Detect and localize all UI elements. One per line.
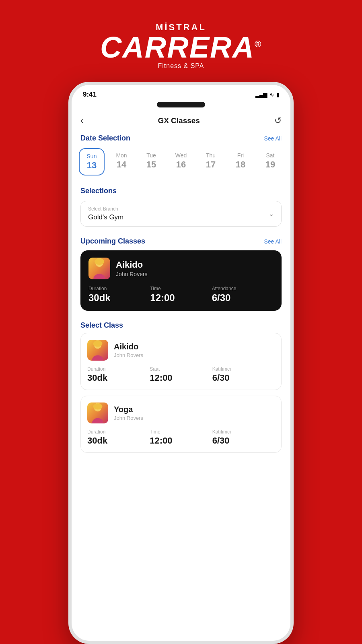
selections-section: Selections Select Branch Gold's Gym ⌄ <box>72 181 290 227</box>
class-list-name: Yoga <box>114 405 143 414</box>
date-day-num: 14 <box>117 159 126 170</box>
date-selection-title: Date Selection <box>80 134 130 142</box>
attendance-label: Attendance <box>212 286 274 291</box>
date-day-name: Sat <box>266 152 274 159</box>
svg-point-3 <box>93 341 103 347</box>
class-list-header: Aikido John Rovers <box>87 340 275 361</box>
upcoming-class-card[interactable]: Aikido John Rovers Duration 30dk Time 12… <box>80 250 282 311</box>
selections-title: Selections <box>80 187 117 195</box>
select-class-header: Select Class <box>72 317 290 333</box>
list-time-stat: Time 12:00 <box>150 429 212 446</box>
class-avatar <box>88 258 110 279</box>
date-item-fri[interactable]: Fri 18 <box>228 148 253 175</box>
top-nav: ‹ GX Classes ↺ <box>72 110 290 130</box>
status-bar: 9:41 ▂▄▆ ∿ ▮ <box>72 85 290 102</box>
class-list-stats: Duration 30dk Time 12:00 Katılımcı 6/30 <box>87 429 275 446</box>
date-day-name: Sun <box>87 153 97 159</box>
date-day-num: 18 <box>236 159 245 170</box>
branch-dropdown[interactable]: Select Branch Gold's Gym ⌄ <box>80 201 282 227</box>
class-list-instructor: John Rovers <box>114 415 143 421</box>
status-icons: ▂▄▆ ∿ ▮ <box>255 92 279 98</box>
duration-label: Duration <box>88 286 150 291</box>
class-list-stats: Duration 30dk Saat 12:00 Katılımcı 6/30 <box>87 366 275 383</box>
class-list: Aikido John Rovers Duration 30dk Saat 12… <box>72 333 290 453</box>
class-list-info: Aikido John Rovers <box>114 342 143 358</box>
wifi-icon: ∿ <box>269 92 274 98</box>
date-item-mon[interactable]: Mon 14 <box>109 148 134 175</box>
date-item-thu[interactable]: Thu 17 <box>198 148 224 175</box>
date-day-num: 19 <box>265 159 275 170</box>
date-day-name: Fri <box>237 152 244 159</box>
class-list-avatar <box>87 402 108 423</box>
logo-carrera: CARRERA® <box>100 33 262 62</box>
status-time: 9:41 <box>83 91 97 99</box>
time-value: 12:00 <box>150 292 212 303</box>
date-day-name: Tue <box>146 152 156 159</box>
attendance-stat: Attendance 6/30 <box>212 286 274 303</box>
list-attendance-value: 6/30 <box>212 373 275 383</box>
class-list-item[interactable]: Aikido John Rovers Duration 30dk Saat 12… <box>80 333 282 390</box>
class-instructor: John Rovers <box>116 271 148 277</box>
date-selection-header: Date Selection See All <box>72 130 290 146</box>
class-list-info: Yoga John Rovers <box>114 405 143 421</box>
list-attendance-stat: Katılımcı 6/30 <box>212 366 275 383</box>
svg-point-5 <box>93 403 103 409</box>
logo-subtitle: Fitness & SPA <box>158 62 204 70</box>
list-attendance-stat: Katılımcı 6/30 <box>212 429 275 446</box>
list-duration-stat: Duration 30dk <box>87 366 150 383</box>
list-duration-stat: Duration 30dk <box>87 429 150 446</box>
screen: ‹ GX Classes ↺ Date Selection See All Su… <box>72 110 290 644</box>
class-list-header: Yoga John Rovers <box>87 402 275 423</box>
date-day-name: Wed <box>175 152 187 159</box>
battery-icon: ▮ <box>276 92 279 98</box>
time-stat: Time 12:00 <box>150 286 212 303</box>
list-duration-value: 30dk <box>87 373 150 383</box>
list-duration-label: Duration <box>87 429 150 435</box>
date-item-sun[interactable]: Sun 13 <box>79 148 105 175</box>
date-day-num: 17 <box>206 159 216 170</box>
date-day-num: 13 <box>87 160 97 171</box>
class-list-item[interactable]: Yoga John Rovers Duration 30dk Time 12:0… <box>80 396 282 453</box>
upcoming-classes-header: Upcoming Classes See All <box>72 233 290 249</box>
duration-stat: Duration 30dk <box>88 286 150 303</box>
date-item-tue[interactable]: Tue 15 <box>138 148 164 175</box>
duration-value: 30dk <box>88 292 150 303</box>
date-day-num: 15 <box>146 159 156 170</box>
date-selector: Sun 13 Mon 14 Tue 15 Wed 16 Thu 17 Fri 1… <box>72 146 290 181</box>
upcoming-classes-title: Upcoming Classes <box>80 237 145 246</box>
class-name: Aikido <box>116 260 148 270</box>
signal-icon: ▂▄▆ <box>255 92 267 98</box>
attendance-value: 6/30 <box>212 292 274 303</box>
date-day-name: Thu <box>206 152 216 159</box>
list-time-value: 12:00 <box>150 436 212 446</box>
date-day-name: Mon <box>116 152 127 159</box>
page-title: GX Classes <box>158 116 200 125</box>
list-attendance-value: 6/30 <box>212 436 275 446</box>
svg-point-1 <box>95 258 104 265</box>
list-time-label: Time <box>150 429 212 435</box>
class-list-avatar <box>87 340 108 361</box>
class-list-instructor: John Rovers <box>114 352 143 358</box>
branch-value: Gold's Gym <box>88 213 275 221</box>
list-time-label: Saat <box>150 366 212 372</box>
selections-header: Selections <box>72 183 290 198</box>
list-time-value: 12:00 <box>150 373 212 383</box>
chevron-down-icon: ⌄ <box>269 210 274 218</box>
notch-bar <box>72 102 290 110</box>
back-button[interactable]: ‹ <box>80 116 83 126</box>
time-label: Time <box>150 286 212 291</box>
history-button[interactable]: ↺ <box>274 116 282 126</box>
logo-area: MİSTRAL CARRERA® Fitness & SPA <box>100 0 262 82</box>
date-day-num: 16 <box>176 159 186 170</box>
phone-frame: 9:41 ▂▄▆ ∿ ▮ ‹ GX Classes ↺ Date Selecti… <box>68 82 294 644</box>
date-see-all[interactable]: See All <box>264 135 282 142</box>
class-header-row: Aikido John Rovers <box>88 258 274 279</box>
upcoming-see-all[interactable]: See All <box>264 238 282 245</box>
list-duration-value: 30dk <box>87 436 150 446</box>
date-item-wed[interactable]: Wed 16 <box>168 148 194 175</box>
notch-pill <box>157 102 205 107</box>
list-time-stat: Saat 12:00 <box>150 366 212 383</box>
list-attendance-label: Katılımcı <box>212 366 275 372</box>
date-item-sat[interactable]: Sat 19 <box>257 148 283 175</box>
list-attendance-label: Katılımcı <box>212 429 275 435</box>
